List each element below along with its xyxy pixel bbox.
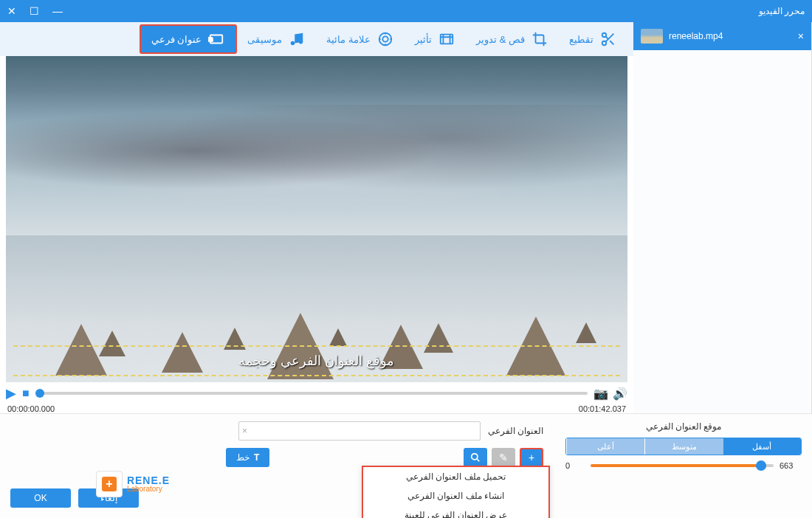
stop-button[interactable]: ■: [22, 387, 30, 400]
svg-point-6: [379, 33, 392, 46]
window-controls: — ☐ ✕: [7, 5, 63, 17]
tool-cut-label: تقطيع: [569, 34, 593, 45]
toolbar: تقطيع قص & تدوير تأثير علامة مائية موسيق…: [0, 22, 633, 56]
minimize-icon[interactable]: —: [52, 5, 63, 17]
seek-thumb[interactable]: [35, 389, 44, 398]
ok-button[interactable]: OK: [10, 488, 71, 508]
tool-cut[interactable]: تقطيع: [559, 24, 627, 54]
logo-main-text: RENE.E: [127, 475, 170, 486]
time-total: 00:01:42.037: [579, 404, 626, 413]
add-subtitle-button[interactable]: +: [520, 448, 543, 467]
plus-icon: +: [102, 477, 117, 491]
position-segmented: أسفل متوسط أعلى: [565, 438, 802, 455]
tool-watermark-label: علامة مائية: [326, 34, 371, 45]
font-button-label: خط: [236, 452, 250, 463]
tool-subtitle-label: عنوان فرعي: [151, 34, 202, 45]
file-tab[interactable]: reneelab.mp4 ×: [633, 22, 811, 50]
svg-point-8: [291, 41, 295, 46]
svg-point-9: [299, 40, 303, 44]
tool-music-label: موسيقى: [247, 34, 282, 45]
svg-point-1: [602, 41, 607, 46]
tool-crop[interactable]: قص & تدوير: [466, 24, 559, 54]
svg-point-0: [602, 33, 607, 38]
snapshot-icon[interactable]: 📷: [593, 387, 608, 401]
slider-thumb[interactable]: [756, 460, 766, 471]
tool-watermark[interactable]: علامة مائية: [316, 24, 405, 54]
crop-icon: [531, 30, 548, 48]
position-bottom[interactable]: أسفل: [723, 438, 801, 455]
tool-effect-label: تأثير: [415, 34, 432, 45]
bottom-panel: موقع العنوان الفرعي أسفل متوسط أعلى 0 66…: [0, 413, 812, 518]
menu-load-subtitle[interactable]: تحميل ملف العنوان الفرعي: [363, 467, 548, 486]
position-middle[interactable]: متوسط: [644, 438, 723, 455]
position-label: موقع العنوان الفرعي: [565, 421, 802, 432]
seek-slider[interactable]: [35, 392, 588, 395]
slider-min: 0: [565, 461, 585, 470]
svg-point-7: [382, 36, 388, 41]
titlebar: محرر الفيديو — ☐ ✕: [0, 0, 812, 22]
scissors-icon: [599, 30, 617, 48]
svg-line-3: [610, 41, 613, 44]
slider-value: 663: [780, 461, 802, 470]
subtitle-input[interactable]: [238, 421, 481, 441]
subtitle-position-overlay[interactable]: موقع العنوان الفرعي وحجمه: [13, 345, 620, 376]
close-icon[interactable]: ✕: [7, 5, 16, 17]
position-slider[interactable]: [591, 464, 774, 467]
time-current: 00:00:00.000: [7, 404, 55, 413]
edit-subtitle-button[interactable]: ✎: [492, 448, 515, 467]
play-button[interactable]: ▶: [6, 385, 16, 401]
logo-badge: +: [96, 471, 123, 497]
logo: + RENE.E Laboratory: [96, 471, 170, 497]
search-subtitle-button[interactable]: [464, 448, 487, 467]
svg-point-12: [472, 454, 478, 460]
svg-rect-5: [441, 35, 453, 44]
file-name: reneelab.mp4: [669, 31, 723, 41]
tool-effect[interactable]: تأثير: [405, 24, 466, 54]
sidebar: reneelab.mp4 ×: [633, 22, 812, 413]
svg-line-4: [605, 36, 608, 39]
clear-input-icon[interactable]: ×: [242, 426, 247, 436]
effect-icon: [438, 30, 455, 48]
window-title: محرر الفيديو: [759, 6, 805, 16]
player-bar: ▶ ■ 📷 🔊: [0, 382, 633, 404]
font-button[interactable]: T خط: [226, 448, 269, 467]
menu-sample-subtitle[interactable]: عرض العنوان الفرعي للعينة: [363, 505, 548, 518]
subtitle-dropdown-menu: تحميل ملف العنوان الفرعي انشاء ملف العنو…: [362, 466, 550, 518]
music-icon: [288, 30, 306, 48]
tool-crop-label: قص & تدوير: [476, 34, 525, 45]
logo-sub-text: Laboratory: [127, 486, 170, 493]
volume-icon[interactable]: 🔊: [613, 387, 627, 401]
tool-music[interactable]: موسيقى: [237, 24, 316, 54]
file-close-icon[interactable]: ×: [798, 30, 804, 42]
svg-line-13: [477, 459, 480, 462]
file-thumbnail: [641, 29, 663, 44]
subtitle-icon: SUB: [207, 30, 225, 48]
tool-subtitle[interactable]: SUB عنوان فرعي: [140, 24, 238, 54]
watermark-icon: [376, 30, 394, 48]
svg-text:SUB: SUB: [208, 37, 213, 42]
menu-create-subtitle[interactable]: انشاء ملف العنوان الفرعي: [363, 486, 548, 505]
video-preview: موقع العنوان الفرعي وحجمه: [6, 56, 627, 382]
maximize-icon[interactable]: ☐: [30, 5, 39, 17]
position-top[interactable]: أعلى: [566, 438, 644, 455]
subtitle-input-label: العنوان الفرعي: [488, 426, 543, 436]
